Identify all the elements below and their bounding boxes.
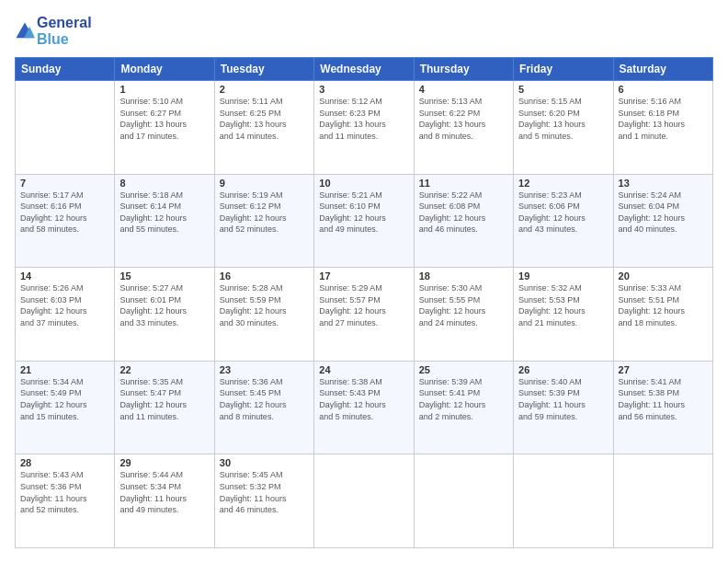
day-number: 9 bbox=[220, 178, 309, 189]
day-info: Sunrise: 5:21 AM Sunset: 6:10 PM Dayligh… bbox=[319, 190, 408, 236]
day-info: Sunrise: 5:19 AM Sunset: 6:12 PM Dayligh… bbox=[220, 190, 309, 236]
calendar-cell: 17Sunrise: 5:29 AM Sunset: 5:57 PM Dayli… bbox=[314, 268, 414, 362]
calendar-cell: 10Sunrise: 5:21 AM Sunset: 6:10 PM Dayli… bbox=[314, 174, 414, 268]
day-info: Sunrise: 5:45 AM Sunset: 5:32 PM Dayligh… bbox=[220, 469, 309, 515]
calendar-cell: 15Sunrise: 5:27 AM Sunset: 6:01 PM Dayli… bbox=[115, 268, 214, 362]
calendar-table: SundayMondayTuesdayWednesdayThursdayFrid… bbox=[15, 57, 713, 548]
week-row-3: 14Sunrise: 5:26 AM Sunset: 6:03 PM Dayli… bbox=[16, 268, 713, 362]
day-info: Sunrise: 5:39 AM Sunset: 5:41 PM Dayligh… bbox=[419, 376, 508, 422]
day-info: Sunrise: 5:16 AM Sunset: 6:18 PM Dayligh… bbox=[619, 96, 708, 142]
day-info: Sunrise: 5:36 AM Sunset: 5:45 PM Dayligh… bbox=[220, 376, 309, 422]
calendar-cell bbox=[414, 454, 513, 548]
day-info: Sunrise: 5:32 AM Sunset: 5:53 PM Dayligh… bbox=[518, 282, 608, 328]
day-number: 23 bbox=[220, 364, 309, 375]
weekday-header-thursday: Thursday bbox=[414, 58, 513, 81]
day-info: Sunrise: 5:12 AM Sunset: 6:23 PM Dayligh… bbox=[319, 96, 408, 142]
calendar-cell: 29Sunrise: 5:44 AM Sunset: 5:34 PM Dayli… bbox=[115, 454, 214, 548]
calendar-cell: 22Sunrise: 5:35 AM Sunset: 5:47 PM Dayli… bbox=[115, 361, 214, 454]
day-number: 20 bbox=[619, 270, 708, 282]
calendar-cell: 11Sunrise: 5:22 AM Sunset: 6:08 PM Dayli… bbox=[414, 174, 513, 268]
calendar-cell: 26Sunrise: 5:40 AM Sunset: 5:39 PM Dayli… bbox=[514, 361, 613, 454]
calendar-cell: 6Sunrise: 5:16 AM Sunset: 6:18 PM Daylig… bbox=[613, 81, 712, 175]
day-info: Sunrise: 5:38 AM Sunset: 5:43 PM Dayligh… bbox=[319, 376, 408, 422]
calendar-cell: 30Sunrise: 5:45 AM Sunset: 5:32 PM Dayli… bbox=[214, 454, 313, 548]
day-info: Sunrise: 5:10 AM Sunset: 6:27 PM Dayligh… bbox=[119, 96, 209, 142]
week-row-2: 7Sunrise: 5:17 AM Sunset: 6:16 PM Daylig… bbox=[16, 174, 713, 268]
day-info: Sunrise: 5:13 AM Sunset: 6:22 PM Dayligh… bbox=[419, 96, 508, 142]
calendar-cell: 3Sunrise: 5:12 AM Sunset: 6:23 PM Daylig… bbox=[314, 81, 414, 175]
logo-icon bbox=[15, 21, 35, 41]
calendar-cell: 24Sunrise: 5:38 AM Sunset: 5:43 PM Dayli… bbox=[314, 361, 414, 454]
calendar-cell: 19Sunrise: 5:32 AM Sunset: 5:53 PM Dayli… bbox=[514, 268, 613, 362]
calendar-cell: 23Sunrise: 5:36 AM Sunset: 5:45 PM Dayli… bbox=[214, 361, 313, 454]
day-number: 5 bbox=[518, 84, 608, 95]
day-info: Sunrise: 5:28 AM Sunset: 5:59 PM Dayligh… bbox=[220, 282, 309, 328]
day-number: 1 bbox=[119, 84, 209, 95]
calendar-page: General Blue SundayMondayTuesdayWednesda… bbox=[0, 0, 728, 563]
day-number: 30 bbox=[220, 457, 309, 468]
calendar-cell bbox=[16, 81, 115, 175]
day-number: 26 bbox=[518, 364, 608, 375]
day-number: 8 bbox=[119, 178, 209, 189]
calendar-cell: 13Sunrise: 5:24 AM Sunset: 6:04 PM Dayli… bbox=[613, 174, 712, 268]
day-info: Sunrise: 5:44 AM Sunset: 5:34 PM Dayligh… bbox=[119, 469, 209, 515]
day-number: 18 bbox=[419, 270, 508, 282]
calendar-cell bbox=[613, 454, 712, 548]
day-info: Sunrise: 5:26 AM Sunset: 6:03 PM Dayligh… bbox=[20, 282, 109, 328]
day-number: 3 bbox=[319, 84, 408, 95]
week-row-1: 1Sunrise: 5:10 AM Sunset: 6:27 PM Daylig… bbox=[16, 81, 713, 175]
day-info: Sunrise: 5:43 AM Sunset: 5:36 PM Dayligh… bbox=[20, 469, 109, 515]
weekday-header-tuesday: Tuesday bbox=[214, 58, 313, 81]
day-number: 21 bbox=[20, 364, 109, 375]
day-info: Sunrise: 5:22 AM Sunset: 6:08 PM Dayligh… bbox=[419, 190, 508, 236]
day-info: Sunrise: 5:34 AM Sunset: 5:49 PM Dayligh… bbox=[20, 376, 109, 422]
day-number: 24 bbox=[319, 364, 408, 375]
calendar-cell: 12Sunrise: 5:23 AM Sunset: 6:06 PM Dayli… bbox=[514, 174, 613, 268]
day-info: Sunrise: 5:15 AM Sunset: 6:20 PM Dayligh… bbox=[518, 96, 608, 142]
day-info: Sunrise: 5:11 AM Sunset: 6:25 PM Dayligh… bbox=[220, 96, 309, 142]
calendar-cell: 4Sunrise: 5:13 AM Sunset: 6:22 PM Daylig… bbox=[414, 81, 513, 175]
day-number: 13 bbox=[619, 178, 708, 189]
day-number: 17 bbox=[319, 270, 408, 282]
weekday-header-wednesday: Wednesday bbox=[314, 58, 414, 81]
day-number: 4 bbox=[419, 84, 508, 95]
day-info: Sunrise: 5:17 AM Sunset: 6:16 PM Dayligh… bbox=[20, 190, 109, 236]
day-info: Sunrise: 5:23 AM Sunset: 6:06 PM Dayligh… bbox=[518, 190, 608, 236]
weekday-header-saturday: Saturday bbox=[613, 58, 712, 81]
logo-text: General Blue bbox=[37, 15, 92, 48]
day-number: 22 bbox=[119, 364, 209, 375]
calendar-cell bbox=[314, 454, 414, 548]
calendar-cell: 16Sunrise: 5:28 AM Sunset: 5:59 PM Dayli… bbox=[214, 268, 313, 362]
weekday-header-friday: Friday bbox=[514, 58, 613, 81]
calendar-cell: 9Sunrise: 5:19 AM Sunset: 6:12 PM Daylig… bbox=[214, 174, 313, 268]
logo: General Blue bbox=[15, 15, 92, 48]
day-number: 25 bbox=[419, 364, 508, 375]
calendar-cell: 21Sunrise: 5:34 AM Sunset: 5:49 PM Dayli… bbox=[16, 361, 115, 454]
calendar-cell: 28Sunrise: 5:43 AM Sunset: 5:36 PM Dayli… bbox=[16, 454, 115, 548]
day-number: 15 bbox=[119, 270, 209, 282]
day-number: 2 bbox=[220, 84, 309, 95]
week-row-4: 21Sunrise: 5:34 AM Sunset: 5:49 PM Dayli… bbox=[16, 361, 713, 454]
day-number: 7 bbox=[20, 178, 109, 189]
calendar-cell: 20Sunrise: 5:33 AM Sunset: 5:51 PM Dayli… bbox=[613, 268, 712, 362]
week-row-5: 28Sunrise: 5:43 AM Sunset: 5:36 PM Dayli… bbox=[16, 454, 713, 548]
day-number: 28 bbox=[20, 457, 109, 468]
day-info: Sunrise: 5:29 AM Sunset: 5:57 PM Dayligh… bbox=[319, 282, 408, 328]
day-number: 6 bbox=[619, 84, 708, 95]
calendar-cell: 18Sunrise: 5:30 AM Sunset: 5:55 PM Dayli… bbox=[414, 268, 513, 362]
day-number: 19 bbox=[518, 270, 608, 282]
day-number: 16 bbox=[220, 270, 309, 282]
weekday-header-sunday: Sunday bbox=[16, 58, 115, 81]
weekday-header-row: SundayMondayTuesdayWednesdayThursdayFrid… bbox=[16, 58, 713, 81]
day-number: 14 bbox=[20, 270, 109, 282]
day-info: Sunrise: 5:27 AM Sunset: 6:01 PM Dayligh… bbox=[119, 282, 209, 328]
calendar-cell: 7Sunrise: 5:17 AM Sunset: 6:16 PM Daylig… bbox=[16, 174, 115, 268]
calendar-cell: 25Sunrise: 5:39 AM Sunset: 5:41 PM Dayli… bbox=[414, 361, 513, 454]
day-info: Sunrise: 5:40 AM Sunset: 5:39 PM Dayligh… bbox=[518, 376, 608, 422]
calendar-cell bbox=[514, 454, 613, 548]
calendar-cell: 27Sunrise: 5:41 AM Sunset: 5:38 PM Dayli… bbox=[613, 361, 712, 454]
day-number: 11 bbox=[419, 178, 508, 189]
day-info: Sunrise: 5:35 AM Sunset: 5:47 PM Dayligh… bbox=[119, 376, 209, 422]
calendar-cell: 1Sunrise: 5:10 AM Sunset: 6:27 PM Daylig… bbox=[115, 81, 214, 175]
calendar-cell: 14Sunrise: 5:26 AM Sunset: 6:03 PM Dayli… bbox=[16, 268, 115, 362]
